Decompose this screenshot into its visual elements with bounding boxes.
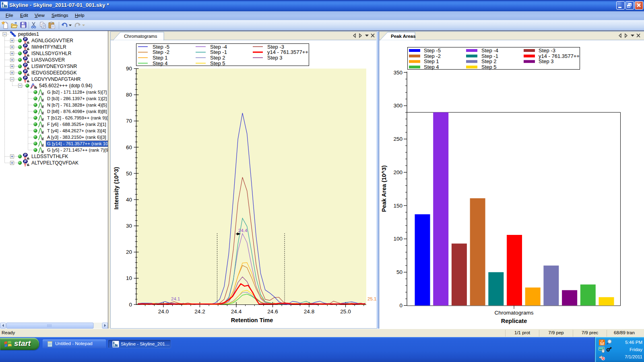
svg-text:24.4: 24.4 <box>231 309 242 315</box>
svg-text:LGDVYVNDAFGTAHR: LGDVYVNDAFGTAHR <box>31 76 81 82</box>
svg-text:Peak Areas: Peak Areas <box>391 34 416 39</box>
svg-text:Chromatograms: Chromatograms <box>495 310 534 316</box>
svg-text:Step 5: Step 5 <box>210 60 225 66</box>
svg-text:300: 300 <box>393 103 402 109</box>
svg-text:Step 3: Step 3 <box>267 55 283 61</box>
svg-text:30: 30 <box>126 223 132 229</box>
svg-text:A [y3] - 383.2150+ (rank 6)[3]: A [y3] - 383.2150+ (rank 6)[3] <box>47 135 106 140</box>
svg-text:AGNLGGGVVTIER: AGNLGGGVVTIER <box>31 38 73 43</box>
svg-text:G [y5] - 271.1457++ (rank 7)[9: G [y5] - 271.1457++ (rank 7)[9] <box>47 148 108 152</box>
svg-text:100: 100 <box>393 236 402 242</box>
svg-text:IEDVGSDEEDDSGK: IEDVGSDEEDDSGK <box>31 70 77 76</box>
svg-text:24.8: 24.8 <box>304 309 314 315</box>
svg-text:Y: Y <box>24 163 27 167</box>
svg-text:60: 60 <box>126 144 132 150</box>
svg-text:25.0: 25.0 <box>340 309 351 315</box>
svg-text:150: 150 <box>393 203 402 209</box>
svg-text:IWHHTFYNELR: IWHHTFYNELR <box>31 44 66 50</box>
svg-text:24.2: 24.2 <box>194 309 205 315</box>
svg-text:Step 4: Step 4 <box>424 64 439 70</box>
svg-text:F [y6] - 688.3525+ (rank 2)[1]: F [y6] - 688.3525+ (rank 2)[1] <box>47 122 106 127</box>
svg-text:545.6022+++ (dotp 0.94): 545.6022+++ (dotp 0.94) <box>39 83 92 88</box>
svg-text:80: 80 <box>126 92 132 98</box>
svg-text:24.4: 24.4 <box>238 228 248 233</box>
svg-text:peptides1: peptides1 <box>18 31 39 37</box>
svg-text:Intensity (10^3): Intensity (10^3) <box>113 167 120 210</box>
svg-text:Step 4: Step 4 <box>153 60 168 66</box>
svg-text:24.0: 24.0 <box>158 309 169 315</box>
svg-text:350: 350 <box>393 70 402 76</box>
svg-text:N [b7] - 761.3828+ (rank 4)[5]: N [b7] - 761.3828+ (rank 4)[5] <box>47 103 107 107</box>
svg-text:200: 200 <box>393 169 402 175</box>
svg-text:Retention Time: Retention Time <box>231 317 273 323</box>
svg-text:250: 250 <box>393 136 402 142</box>
svg-text:90: 90 <box>126 66 132 72</box>
svg-text:Chromatograms: Chromatograms <box>124 34 157 39</box>
svg-text:24.6: 24.6 <box>267 309 278 315</box>
svg-text:50: 50 <box>396 269 402 275</box>
svg-text:70: 70 <box>126 118 132 124</box>
svg-text:50: 50 <box>126 171 132 177</box>
svg-text:Replicate: Replicate <box>501 318 527 324</box>
svg-text:0: 0 <box>129 302 132 308</box>
svg-text:Step 5: Step 5 <box>481 64 497 70</box>
svg-text:10: 10 <box>126 275 132 281</box>
svg-text:Y: Y <box>24 79 27 84</box>
svg-text:Peak Area (10^3): Peak Area (10^3) <box>381 165 387 212</box>
svg-text:LLDSSTVTHLFK: LLDSSTVTHLFK <box>31 154 68 159</box>
svg-text:40: 40 <box>126 197 132 203</box>
svg-text:LIASVAGSVER: LIASVAGSVER <box>31 57 65 63</box>
svg-text:24.1: 24.1 <box>171 296 180 301</box>
svg-text:25.1: 25.1 <box>367 296 376 301</box>
svg-text:Step 3: Step 3 <box>539 58 554 64</box>
svg-text:20: 20 <box>126 249 132 255</box>
svg-text:D [b3] - 286.1397+ (rank 1)[2]: D [b3] - 286.1397+ (rank 1)[2] <box>47 96 107 101</box>
svg-text:0: 0 <box>399 302 402 309</box>
svg-text:D [b8] - 876.4098+ (rank 8)[8]: D [b8] - 876.4098+ (rank 8)[8] <box>47 109 107 114</box>
svg-text:LISWYDNEYGYSNR: LISWYDNEYGYSNR <box>31 64 77 69</box>
svg-text:ISNLLSDYGYHLR: ISNLLSDYGYHLR <box>31 51 72 56</box>
svg-text:G [b2] - 171.1128+ (rank 5)[7]: G [b2] - 171.1128+ (rank 5)[7] <box>47 90 107 95</box>
svg-text:T [b12] - 626.7959++ (rank 9)[: T [b12] - 626.7959++ (rank 9)[10] <box>47 115 108 120</box>
svg-text:G [y14] - 761.3577++ (rank 10): G [y14] - 761.3577++ (rank 10)[6] <box>47 141 108 146</box>
svg-text:T [y4] - 484.2627+ (rank 3)[4]: T [y4] - 484.2627+ (rank 3)[4] <box>47 128 106 133</box>
svg-text:ALTVPELTQQVFDAK: ALTVPELTQQVFDAK <box>31 160 78 166</box>
